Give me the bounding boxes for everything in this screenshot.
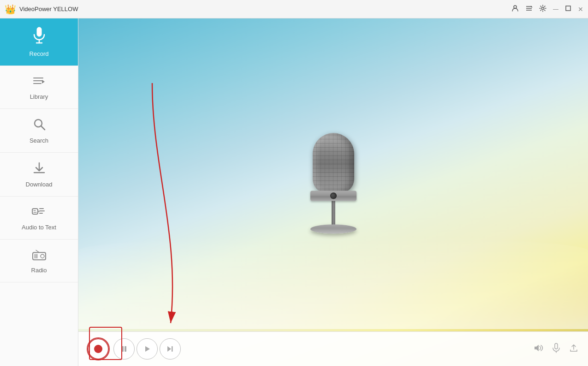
mic-base [310,224,356,234]
download-icon [32,161,46,178]
settings-icon[interactable] [539,5,546,13]
svg-rect-27 [555,343,558,349]
svg-rect-7 [37,27,42,36]
svg-rect-25 [172,346,173,352]
sidebar-label-audio-to-text: Audio to Text [22,224,56,231]
export-icon[interactable] [569,343,579,355]
svg-marker-23 [145,346,150,352]
volume-icon[interactable] [534,344,544,354]
svg-line-14 [41,126,45,130]
svg-marker-26 [535,345,539,351]
title-bar: 👑 VideoPower YELLOW — [0,0,588,18]
svg-rect-22 [125,346,126,352]
record-icon [32,27,47,48]
sidebar-label-search: Search [30,137,48,144]
svg-rect-6 [566,6,570,11]
player-next-button[interactable] [160,338,181,360]
player-play-button[interactable] [137,338,158,360]
record-dot-icon [94,345,102,353]
player-right-controls [534,343,579,355]
audio-to-text-icon [31,205,47,221]
sidebar-item-audio-to-text[interactable]: Audio to Text [0,197,78,240]
window-controls: — ✕ [511,0,583,18]
main-container: Record Library Search [0,18,588,366]
svg-point-5 [542,7,544,10]
microphone-illustration [310,133,356,235]
svg-line-4 [531,6,532,7]
maximize-button[interactable] [565,5,571,13]
sidebar-item-search[interactable]: Search [0,109,78,153]
minimize-button[interactable]: — [553,6,558,12]
mic-head [313,133,354,193]
app-title: VideoPower YELLOW [19,6,78,12]
sidebar-label-library: Library [30,93,48,100]
app-logo: 👑 [5,4,16,15]
sidebar-label-download: Download [26,181,53,188]
mic-band [310,191,356,201]
content-area [78,18,588,366]
sidebar-item-download[interactable]: Download [0,153,78,197]
svg-marker-24 [167,346,171,352]
background-clouds [78,237,588,329]
player-bar [78,331,588,366]
list-icon[interactable] [525,5,533,13]
close-button[interactable]: ✕ [578,6,583,13]
radio-icon [31,248,47,264]
sidebar-item-radio[interactable]: Radio [0,240,78,282]
sidebar-label-radio: Radio [31,267,47,274]
svg-point-17 [41,254,44,258]
player-record-button[interactable] [88,338,109,360]
svg-rect-15 [32,209,38,214]
sidebar-item-library[interactable]: Library [0,66,78,109]
sidebar-label-record: Record [30,50,49,57]
mic-stem [332,201,335,226]
sidebar-item-record[interactable]: Record [0,18,78,66]
search-icon [32,117,46,134]
library-icon [32,74,47,90]
account-icon[interactable] [511,5,519,13]
sidebar: Record Library Search [0,18,78,366]
player-pause-button[interactable] [113,338,135,360]
svg-point-0 [514,6,517,8]
mic-band-dot [330,192,337,199]
voice-icon[interactable] [551,343,561,355]
svg-rect-21 [122,346,124,352]
